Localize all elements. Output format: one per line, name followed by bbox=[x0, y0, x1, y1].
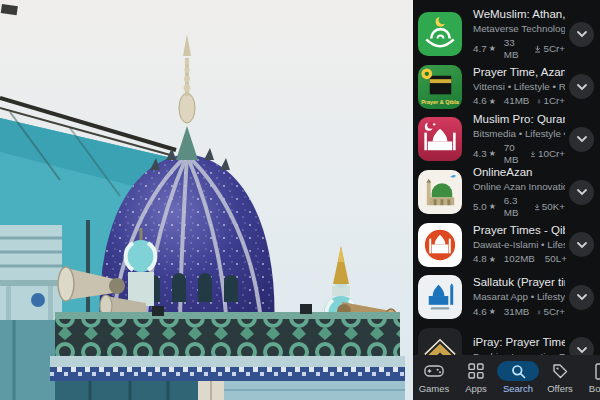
app-list-item[interactable]: Sallatuk (Prayer time) صلاتك Masarat App… bbox=[413, 271, 600, 324]
app-subtitle: Bitsmedia • Lifestyle • Religious text bbox=[473, 128, 565, 140]
nav-item-games[interactable]: Games bbox=[413, 361, 455, 394]
chevron-down-icon bbox=[576, 293, 588, 301]
offer-tag-icon bbox=[539, 361, 581, 381]
app-downloads: 50L+ bbox=[545, 253, 567, 265]
download-icon bbox=[534, 44, 541, 54]
app-size: 102MB bbox=[504, 253, 535, 265]
app-rating: 4.8 bbox=[473, 253, 487, 265]
app-subtitle: Dawat-e-Islami • Lifestyle bbox=[473, 239, 565, 251]
app-rating: 4.6 bbox=[473, 306, 487, 318]
app-list-item[interactable]: Muslim Pro: Quran Prayer Times Bitsmedia… bbox=[413, 113, 600, 166]
expand-chevron-button[interactable] bbox=[569, 74, 594, 99]
chevron-down-icon bbox=[576, 188, 588, 196]
star-icon bbox=[487, 95, 497, 108]
app-stats: 4.6 41MB 1Cr+ bbox=[473, 95, 565, 108]
download-icon bbox=[537, 96, 541, 106]
star-icon bbox=[487, 305, 497, 318]
nav-label: Games bbox=[419, 383, 450, 394]
screen: WeMuslim: Athan, Qibla&Quran Metaverse T… bbox=[0, 0, 600, 400]
app-size: 33 MB bbox=[504, 37, 527, 61]
dawat-e-islami-app-icon bbox=[418, 223, 462, 267]
app-rating: 4.3 bbox=[473, 148, 487, 160]
app-size: 6.3 MB bbox=[504, 195, 526, 219]
app-title[interactable]: iPray: Prayer Times & Qibla bbox=[473, 336, 565, 349]
app-stats: 4.6 31MB 5Cr+ bbox=[473, 305, 565, 318]
nav-label: Search bbox=[503, 383, 533, 394]
search-icon bbox=[497, 361, 539, 381]
app-downloads: 5Cr+ bbox=[543, 306, 565, 318]
bottom-nav: Games Apps Search Offers bbox=[413, 355, 600, 400]
chevron-down-icon bbox=[576, 241, 588, 249]
star-icon bbox=[487, 253, 497, 266]
app-rating: 4.7 bbox=[473, 43, 487, 55]
app-list-item[interactable]: Prayer Times - Qibla & Namaz Dawat-e-Isl… bbox=[413, 218, 600, 271]
expand-chevron-button[interactable] bbox=[569, 127, 594, 152]
app-downloads: 5Cr+ bbox=[543, 43, 565, 55]
app-list-item[interactable]: Prayer & Qibla Prayer Time, Azan Alarm, … bbox=[413, 61, 600, 114]
star-icon bbox=[487, 147, 497, 160]
book-icon bbox=[581, 361, 600, 381]
download-icon bbox=[534, 202, 540, 212]
nav-item-search[interactable]: Search bbox=[497, 361, 539, 394]
app-stats: 4.7 33 MB 5Cr+ bbox=[473, 37, 565, 61]
app-size: 70 MB bbox=[504, 142, 522, 166]
chevron-down-icon bbox=[576, 346, 588, 354]
muslim-pro-app-icon bbox=[418, 117, 462, 161]
svg-text:Prayer & Qibla: Prayer & Qibla bbox=[421, 99, 460, 105]
app-title[interactable]: OnlineAzan bbox=[473, 166, 565, 179]
nav-label: Offers bbox=[547, 383, 573, 394]
app-list: WeMuslim: Athan, Qibla&Quran Metaverse T… bbox=[413, 0, 600, 376]
mosque-photo bbox=[0, 0, 413, 400]
nav-item-apps[interactable]: Apps bbox=[455, 361, 497, 394]
apps-grid-icon bbox=[455, 361, 497, 381]
app-rating: 5.0 bbox=[473, 201, 487, 213]
app-title[interactable]: WeMuslim: Athan, Qibla&Quran bbox=[473, 8, 565, 21]
star-icon bbox=[487, 200, 497, 213]
app-title[interactable]: Prayer Times - Qibla & Namaz bbox=[473, 224, 565, 237]
app-stats: 5.0 6.3 MB 50K+ bbox=[473, 195, 565, 219]
download-icon bbox=[537, 307, 541, 317]
app-title[interactable]: Prayer Time, Azan Alarm, Qibla bbox=[473, 66, 565, 79]
app-list-item[interactable]: WeMuslim: Athan, Qibla&Quran Metaverse T… bbox=[413, 8, 600, 61]
app-list-item[interactable]: OnlineAzan Online Azan Innovation Lab • … bbox=[413, 166, 600, 219]
chevron-down-icon bbox=[576, 30, 588, 38]
app-subtitle: Online Azan Innovation Lab • Events bbox=[473, 181, 565, 193]
app-size: 31MB bbox=[504, 306, 530, 318]
app-subtitle: Masarat App • Lifestyle bbox=[473, 291, 565, 303]
app-subtitle: Vittensi • Lifestyle • Religious text bbox=[473, 81, 565, 93]
online-azan-app-icon bbox=[418, 170, 462, 214]
app-stats: 4.8 102MB 50L+ bbox=[473, 253, 565, 266]
nav-item-offers[interactable]: Offers bbox=[539, 361, 581, 394]
nav-item-books[interactable]: Books bbox=[581, 361, 600, 394]
chevron-down-icon bbox=[576, 135, 588, 143]
expand-chevron-button[interactable] bbox=[569, 285, 594, 310]
app-title[interactable]: Sallatuk (Prayer time) صلاتك bbox=[473, 276, 565, 289]
prayer-qibla-app-icon: Prayer & Qibla bbox=[418, 65, 462, 109]
expand-chevron-button[interactable] bbox=[569, 180, 594, 205]
app-downloads: 1Cr+ bbox=[543, 95, 565, 107]
nav-label: Apps bbox=[465, 383, 487, 394]
chevron-down-icon bbox=[576, 83, 588, 91]
play-store-search-results: WeMuslim: Athan, Qibla&Quran Metaverse T… bbox=[413, 0, 600, 400]
app-size: 41MB bbox=[504, 95, 530, 107]
app-downloads: 50K+ bbox=[542, 201, 565, 213]
sallatuk-app-icon bbox=[418, 275, 462, 319]
star-icon bbox=[487, 42, 497, 55]
wemuslim-app-icon bbox=[418, 12, 462, 56]
expand-chevron-button[interactable] bbox=[569, 232, 594, 257]
expand-chevron-button[interactable] bbox=[569, 22, 594, 47]
gamepad-icon bbox=[413, 361, 455, 381]
app-downloads: 10Cr+ bbox=[538, 148, 565, 160]
app-stats: 4.3 70 MB 10Cr+ bbox=[473, 142, 565, 166]
app-subtitle: Metaverse Technology FZ-... • Lifestyle bbox=[473, 23, 565, 35]
app-title[interactable]: Muslim Pro: Quran Prayer Times bbox=[473, 113, 565, 126]
download-icon bbox=[530, 149, 536, 159]
app-rating: 4.6 bbox=[473, 95, 487, 107]
nav-label: Books bbox=[589, 383, 600, 394]
mosque-photo-illustration bbox=[0, 0, 413, 400]
